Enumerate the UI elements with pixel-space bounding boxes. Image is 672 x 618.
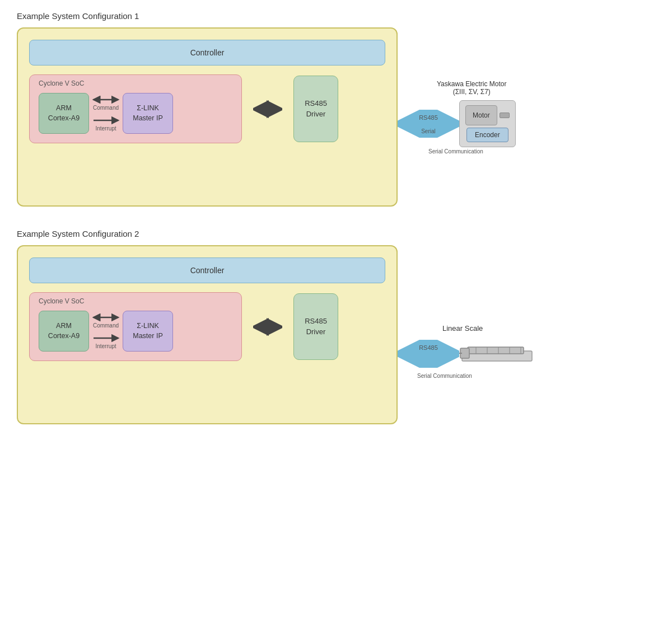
svg-text:RS485: RS485 [419,344,438,351]
config2-section: Example System Configuration 2 Controlle… [17,229,655,424]
config1-section: Example System Configuration 1 Controlle… [17,11,655,207]
config2-soc-inner: ARM Cortex-A9 Command [39,311,232,352]
config1-arm-block: ARM Cortex-A9 [39,93,89,134]
config1-motor-block: Motor [465,105,497,125]
config1-soc-label: Cyclone V SoC [39,79,84,87]
config1-arrows: Command Interrupt [89,96,123,132]
svg-text:Serial: Serial [421,128,436,134]
config1-motor-device: Motor Encoder [459,100,516,147]
config2-command-arrow [91,313,120,321]
config2-rs485-arrow-svg: RS485 [398,340,459,368]
config1-outer-box: Controller Cyclone V SoC ARM Cortex-A9 [17,27,398,207]
config1-soc-rs485-arrow [253,99,282,119]
config1-command-label: Command [93,105,119,111]
svg-text:RS485: RS485 [419,114,438,121]
config1-motor-title: Yaskawa Electric Motor(ΣIII, ΣV, Σ7) [437,80,506,96]
config1-right-section: Yaskawa Electric Motor(ΣIII, ΣV, Σ7) RS4… [398,80,516,154]
config1-soc-inner: ARM Cortex-A9 Command [39,93,232,134]
config2-interrupt-label: Interrupt [95,343,116,349]
config1-soc-row: Cyclone V SoC ARM Cortex-A9 [29,74,385,143]
config1-rs485-arrow-svg: RS485 Serial [398,110,459,138]
config2-sigma-block: Σ-LINK Master IP [123,311,173,352]
config2-controller: Controller [29,258,385,283]
config2-rs485-block: RS485 Driver [293,293,338,359]
config2-outer-box: Controller Cyclone V SoC ARM Cortex-A9 [17,245,398,424]
config2-arrows: Command Interrupt [89,313,123,349]
config2-soc-label: Cyclone V SoC [39,297,84,305]
config1-sigma-block: Σ-LINK Master IP [123,93,173,134]
config1-encoder-block: Encoder [466,128,508,142]
config2-linear-scale-title: Linear Scale [442,324,483,333]
config1-serial-comm-label: Serial Communication [428,148,483,154]
config1-interrupt-label: Interrupt [95,125,116,132]
config1-controller: Controller [29,40,385,65]
config1-interrupt-arrow [91,116,120,124]
config1-motor-shaft [500,113,510,118]
config2-interrupt-arrow [91,334,120,342]
config2-command-label: Command [93,322,119,329]
config2-linear-scale-graphic [459,337,538,371]
config2-rs485-connection: RS485 [398,337,538,371]
config2-arm-block: ARM Cortex-A9 [39,311,89,352]
config2-soc-rs485-arrow [253,317,282,337]
config2-title: Example System Configuration 2 [17,229,655,238]
config1-rs485-block: RS485 Driver [293,76,338,142]
config2-soc-box: Cyclone V SoC ARM Cortex-A9 [29,292,242,361]
config2-right-section: Linear Scale RS485 [398,324,538,379]
config1-soc-box: Cyclone V SoC ARM Cortex-A9 [29,74,242,143]
config2-serial-comm-label: Serial Communication [417,373,472,379]
config1-rs485-connection: RS485 Serial Motor Encoder [398,100,516,147]
config2-soc-row: Cyclone V SoC ARM Cortex-A9 [29,292,385,361]
config1-command-arrow [91,96,120,104]
config1-title: Example System Configuration 1 [17,11,655,21]
